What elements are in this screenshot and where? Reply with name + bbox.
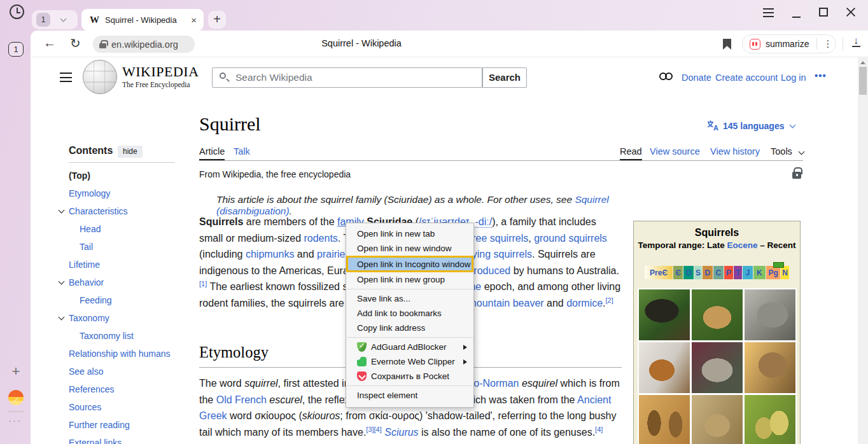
- page-scrollbar[interactable]: [858, 57, 868, 444]
- squirrel-photo-standing-ground-squirrels[interactable]: [639, 395, 690, 444]
- geo-period-triassic[interactable]: T: [734, 266, 742, 279]
- menu-item-save-to-pocket[interactable]: Сохранить в Pocket: [346, 369, 473, 384]
- toc-item-feeding[interactable]: Feeding: [59, 291, 195, 309]
- toc-item-behavior[interactable]: Behavior: [59, 274, 195, 291]
- menu-item-adguard[interactable]: AdGuard AdBlocker: [346, 340, 473, 354]
- search-button[interactable]: Search: [482, 67, 527, 88]
- squirrel-photo-ground-squirrel[interactable]: [692, 342, 743, 393]
- tab-view-history[interactable]: View history: [710, 146, 760, 156]
- chevron-down-icon[interactable]: [59, 207, 65, 214]
- tab-talk[interactable]: Talk: [234, 146, 250, 156]
- toc-item-see-also[interactable]: See also: [59, 363, 195, 380]
- geo-period-paleogene[interactable]: Pg: [766, 266, 780, 279]
- link-rodents[interactable]: rodents: [304, 233, 337, 244]
- create-account-link[interactable]: Create account: [715, 73, 778, 83]
- tab-view-source[interactable]: View source: [650, 146, 700, 156]
- downloads-icon[interactable]: ↓: [850, 36, 862, 47]
- squirrel-photo-rock-squirrel[interactable]: [745, 342, 795, 393]
- toc-item-references[interactable]: References: [59, 380, 195, 398]
- ref-4[interactable]: [4]: [595, 425, 603, 433]
- browser-tab[interactable]: W Squirrel - Wikipedia ×: [81, 9, 204, 31]
- tab-tools[interactable]: Tools: [771, 146, 792, 156]
- geo-period-ordovician[interactable]: O: [683, 266, 693, 279]
- toc-item-etymology[interactable]: Etymology: [59, 184, 195, 202]
- tab-read[interactable]: Read: [620, 146, 642, 156]
- toc-hide-button[interactable]: hide: [118, 146, 143, 158]
- address-bar[interactable]: en.wikipedia.org: [93, 36, 195, 53]
- sidebar-more-icon[interactable]: ···: [8, 415, 22, 426]
- tab-article[interactable]: Article: [199, 146, 225, 156]
- ref-3-4[interactable]: [3][4]: [366, 425, 381, 433]
- toc-item-top[interactable]: (Top): [59, 167, 195, 184]
- menu-item-add-link-to-bookmarks[interactable]: Add link to bookmarks: [346, 306, 473, 321]
- squirrel-photo-marmots[interactable]: [692, 395, 743, 444]
- menu-item-open-new-window[interactable]: Open link in new window: [346, 241, 473, 256]
- maximize-button[interactable]: [819, 8, 828, 17]
- toc-item-head[interactable]: Head: [59, 220, 195, 238]
- toc-item-further-reading[interactable]: Further reading: [59, 416, 195, 434]
- wiki-hamburger-icon[interactable]: [60, 73, 72, 85]
- minimize-button[interactable]: [792, 17, 801, 18]
- toc-item-sources[interactable]: Sources: [59, 398, 195, 416]
- geo-period-cambrian[interactable]: Є: [673, 266, 683, 279]
- page-protection-lock-icon[interactable]: [792, 172, 801, 179]
- close-tab-icon[interactable]: ×: [191, 15, 197, 25]
- search-input[interactable]: [212, 67, 482, 88]
- menu-item-inspect-element[interactable]: Inspect element: [346, 388, 473, 403]
- link-dormice[interactable]: dormice: [566, 298, 603, 309]
- sidebar-add-icon[interactable]: +: [9, 364, 23, 378]
- ref-2[interactable]: [2]: [606, 296, 613, 303]
- browser-menu-icon[interactable]: [763, 8, 774, 20]
- close-window-button[interactable]: [846, 7, 856, 17]
- squirrel-photo-tree-squirrel[interactable]: [639, 289, 690, 340]
- squirrel-photo-chipmunk[interactable]: [692, 289, 743, 340]
- menu-item-open-incognito-window[interactable]: Open link in Incognito window: [346, 256, 473, 272]
- link-old-french[interactable]: Old French: [216, 394, 267, 405]
- wikimedia-oo-icon[interactable]: [659, 73, 673, 80]
- geo-period-carboniferous[interactable]: C: [713, 266, 724, 279]
- history-clock-icon[interactable]: [10, 4, 24, 19]
- toc-item-relationship-with-humans[interactable]: Relationship with humans: [59, 345, 195, 363]
- geo-period-jurassic[interactable]: J: [743, 266, 752, 279]
- toc-item-taxonomy[interactable]: Taxonomy: [59, 309, 195, 327]
- header-more-icon[interactable]: •••: [815, 70, 827, 81]
- link-flying-squirrels[interactable]: flying squirrels: [467, 249, 532, 260]
- geo-period-permian[interactable]: P: [724, 266, 733, 279]
- sidebar-tab-counter[interactable]: 1: [8, 42, 24, 57]
- geo-period-cretaceous[interactable]: K: [753, 266, 766, 279]
- scrollbar-thumb[interactable]: [859, 67, 867, 95]
- back-icon[interactable]: ←: [43, 36, 56, 50]
- bookmark-flag-icon[interactable]: [723, 39, 731, 50]
- toc-item-external-links[interactable]: External links: [59, 434, 195, 444]
- link-tree-squirrels[interactable]: tree squirrels: [470, 233, 528, 244]
- ref-1[interactable]: [1]: [199, 280, 207, 288]
- squirrel-photo-fox-squirrel[interactable]: [639, 342, 690, 393]
- languages-button[interactable]: A 145 languages: [706, 120, 795, 132]
- link-sciurus[interactable]: Sciurus: [384, 427, 418, 438]
- menu-item-save-link-as[interactable]: Save link as...: [346, 291, 473, 306]
- menu-item-evernote[interactable]: Evernote Web Clipper: [346, 354, 473, 369]
- scroll-up-arrow[interactable]: [860, 61, 865, 64]
- link-chipmunks[interactable]: chipmunks: [246, 249, 294, 260]
- link-mountain-beaver[interactable]: mountain beaver: [468, 298, 543, 309]
- tab-group-pill[interactable]: 1: [32, 10, 78, 29]
- toc-item-characteristics[interactable]: Characteristics: [59, 202, 195, 220]
- summarize-button[interactable]: summarize ⋮: [742, 34, 836, 53]
- toc-item-tail[interactable]: Tail: [59, 238, 195, 256]
- link-ground-squirrels[interactable]: ground squirrels: [534, 233, 607, 244]
- menu-item-open-new-group[interactable]: Open link in new group: [346, 272, 473, 287]
- geo-period-neogene[interactable]: N: [781, 266, 789, 279]
- toc-item-taxonomy-list[interactable]: Taxonomy list: [59, 327, 195, 345]
- geo-period-silurian[interactable]: S: [694, 266, 702, 279]
- chevron-down-icon[interactable]: [59, 314, 65, 321]
- menu-item-copy-link-address[interactable]: Copy link address: [346, 321, 473, 335]
- donate-link[interactable]: Donate: [682, 73, 711, 83]
- wikipedia-globe-logo[interactable]: [83, 60, 117, 94]
- yandex-mail-icon[interactable]: [8, 390, 24, 405]
- summarize-menu-icon[interactable]: ⋮: [823, 38, 832, 50]
- wikipedia-wordmark[interactable]: Wikipedia The Free Encyclopedia: [122, 64, 199, 88]
- log-in-link[interactable]: Log in: [781, 73, 806, 83]
- toc-item-lifetime[interactable]: Lifetime: [59, 256, 195, 274]
- squirrel-photo-gray-squirrel[interactable]: [745, 289, 795, 340]
- geo-period-precambrian[interactable]: PreЄ: [645, 266, 673, 279]
